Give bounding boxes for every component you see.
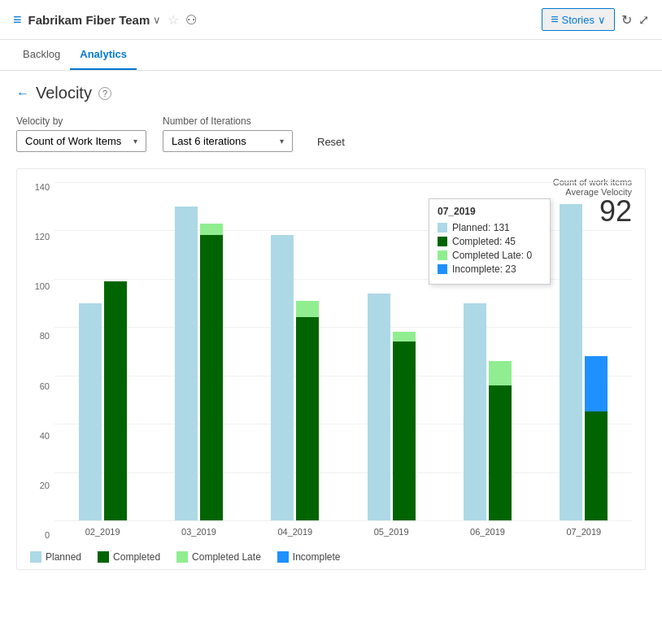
bar-planned[interactable] xyxy=(271,235,294,520)
team-chevron-icon[interactable]: ∨ xyxy=(153,14,161,26)
header: ≡ Fabrikam Fiber Team ∨ ☆ ⚇ ≡ Stories ∨ … xyxy=(0,0,662,40)
tooltip-text: Planned: 131 xyxy=(452,222,510,233)
bar-completed[interactable] xyxy=(104,281,127,520)
bar-completed[interactable] xyxy=(200,235,223,520)
velocity-by-value: Count of Work Items xyxy=(25,135,121,147)
bar-completed-late[interactable] xyxy=(200,224,223,236)
iterations-label: Number of Iterations xyxy=(163,115,293,127)
tooltip: 07_2019 Planned: 131Completed: 45Complet… xyxy=(429,198,551,285)
iterations-dropdown[interactable]: Last 6 iterations ▾ xyxy=(163,130,293,152)
tooltip-text: Incomplete: 23 xyxy=(452,263,516,275)
bar-label: 07_2019 xyxy=(566,527,601,537)
legend-item: Completed Late xyxy=(176,551,261,563)
bar-planned[interactable] xyxy=(175,207,198,520)
legend-label: Incomplete xyxy=(293,551,341,563)
nav-tabs: Backlog Analytics xyxy=(0,40,662,71)
back-button[interactable]: ← xyxy=(16,86,29,101)
legend-label: Completed xyxy=(113,551,160,563)
y-axis: 020406080100120140 xyxy=(30,182,54,540)
bar-label: 05_2019 xyxy=(374,527,409,537)
team-name: Fabrikam Fiber Team xyxy=(28,13,150,27)
bar-label: 04_2019 xyxy=(277,527,312,537)
velocity-by-group: Velocity by Count of Work Items ▾ xyxy=(16,115,146,152)
app-icon: ≡ xyxy=(13,11,22,28)
bar-planned[interactable] xyxy=(368,294,390,520)
velocity-by-dropdown[interactable]: Count of Work Items ▾ xyxy=(16,130,146,152)
y-axis-label: 120 xyxy=(30,232,50,242)
bar-completed[interactable] xyxy=(296,317,319,520)
legend-swatch xyxy=(30,551,41,563)
tooltip-row: Incomplete: 23 xyxy=(438,263,542,275)
header-right: ≡ Stories ∨ ↻ ⤢ xyxy=(542,8,649,31)
y-axis-label: 100 xyxy=(30,281,50,291)
y-axis-label: 80 xyxy=(30,331,50,341)
tooltip-title: 07_2019 xyxy=(438,206,542,217)
bar-completed[interactable] xyxy=(393,342,416,520)
page-content: ← Velocity ? Velocity by Count of Work I… xyxy=(0,71,662,583)
favorite-icon[interactable]: ☆ xyxy=(168,12,179,28)
page-header: ← Velocity ? xyxy=(16,84,646,102)
bar-label: 03_2019 xyxy=(181,527,216,537)
legend-swatch xyxy=(277,551,289,563)
bar-completed-late[interactable] xyxy=(296,301,319,318)
page-title: Velocity xyxy=(36,84,92,102)
tooltip-swatch xyxy=(438,264,447,274)
chart-area: Count of work items Average Velocity 92 … xyxy=(16,168,646,570)
tooltip-row: Completed: 45 xyxy=(438,236,542,247)
stories-label: Stories xyxy=(562,14,594,26)
legend-item: Planned xyxy=(30,551,81,563)
bar-stack xyxy=(489,361,512,520)
stories-button[interactable]: ≡ Stories ∨ xyxy=(542,8,615,31)
bar-completed-late[interactable] xyxy=(393,332,416,342)
tab-analytics[interactable]: Analytics xyxy=(70,40,137,70)
chart-inner: 02_201903_201904_201905_201906_201907_20… xyxy=(54,182,632,540)
tooltip-swatch xyxy=(438,250,447,260)
chart-wrapper: 020406080100120140 02_201903_201904_2019… xyxy=(30,182,632,540)
bar-stack xyxy=(296,301,319,520)
bar-stack xyxy=(585,356,608,520)
legend-label: Completed Late xyxy=(192,551,261,563)
tooltip-text: Completed Late: 0 xyxy=(452,250,532,261)
bar-planned[interactable] xyxy=(464,303,486,520)
tooltip-row: Completed Late: 0 xyxy=(438,250,542,261)
bar-completed[interactable] xyxy=(489,385,512,520)
stories-chevron-icon: ∨ xyxy=(598,14,606,26)
velocity-by-chevron-icon: ▾ xyxy=(133,137,137,146)
y-axis-label: 40 xyxy=(30,431,50,441)
team-members-icon[interactable]: ⚇ xyxy=(185,12,197,28)
bar-stack xyxy=(200,224,223,520)
tab-backlog[interactable]: Backlog xyxy=(13,40,70,70)
legend-swatch xyxy=(176,551,188,563)
bar-stack xyxy=(104,281,127,520)
bar-planned[interactable] xyxy=(560,204,582,520)
help-icon[interactable]: ? xyxy=(98,87,111,100)
legend-swatch xyxy=(98,551,109,563)
bar-incomplete[interactable] xyxy=(585,356,608,411)
velocity-by-label: Velocity by xyxy=(16,115,146,127)
bar-stack xyxy=(393,332,416,520)
legend-item: Completed xyxy=(98,551,160,563)
tooltip-row: Planned: 131 xyxy=(438,222,542,233)
bar-completed[interactable] xyxy=(585,411,608,520)
iterations-chevron-icon: ▾ xyxy=(280,137,284,146)
reset-button[interactable]: Reset xyxy=(309,132,353,152)
tooltip-swatch xyxy=(438,237,447,246)
expand-icon[interactable]: ⤢ xyxy=(638,12,649,28)
y-axis-label: 140 xyxy=(30,182,50,192)
bar-group: 04_2019 xyxy=(247,235,343,520)
y-axis-label: 60 xyxy=(30,381,50,391)
bar-completed-late[interactable] xyxy=(489,361,512,385)
bar-group: 05_2019 xyxy=(343,294,439,520)
iterations-value: Last 6 iterations xyxy=(172,135,246,147)
tooltip-text: Completed: 45 xyxy=(452,236,516,247)
legend: PlannedCompletedCompleted LateIncomplete xyxy=(30,546,632,563)
y-axis-label: 0 xyxy=(30,530,50,540)
controls: Velocity by Count of Work Items ▾ Number… xyxy=(16,115,646,152)
refresh-icon[interactable]: ↻ xyxy=(621,12,632,28)
legend-label: Planned xyxy=(46,551,81,563)
y-axis-label: 20 xyxy=(30,481,50,490)
bar-label: 06_2019 xyxy=(470,527,505,537)
bar-group: 02_2019 xyxy=(54,281,150,520)
iterations-group: Number of Iterations Last 6 iterations ▾ xyxy=(163,115,293,152)
bar-planned[interactable] xyxy=(79,303,102,520)
